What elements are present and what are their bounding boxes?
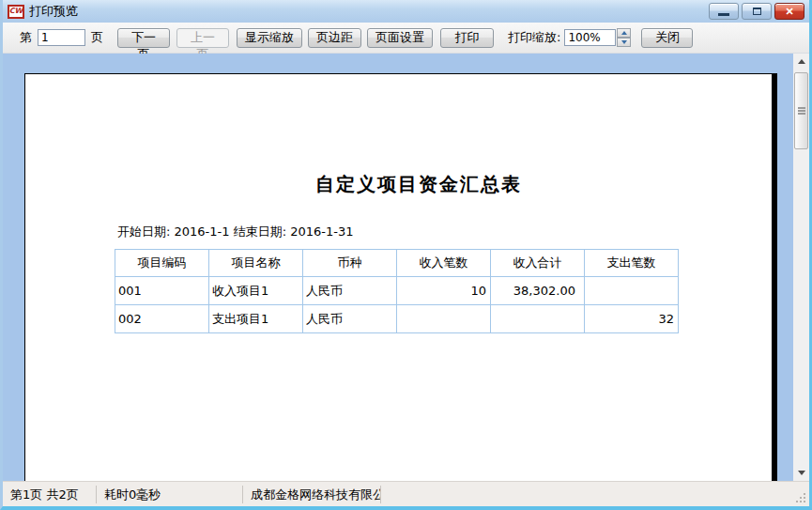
page-prefix-label: 第 [20,29,32,46]
spinner-down-button[interactable] [617,38,631,47]
col-header: 收入笔数 [397,250,491,277]
report-date-range: 开始日期: 2016-1-1 结束日期: 2016-1-31 [117,224,353,240]
status-company: 成都金格网络科技有限公司 [243,486,381,503]
scrollbar-thumb[interactable] [794,72,808,149]
maximize-icon [753,8,761,15]
thumb-grip-icon [798,110,805,112]
page-setup-button[interactable]: 页面设置 [367,28,433,48]
page-suffix-label: 页 [91,29,103,46]
cell-income-count: 10 [397,277,491,305]
scroll-down-button[interactable] [793,465,809,481]
toolbar: 第 页 下一页 上一页 显示缩放 页边距 页面设置 打印 打印缩放: 关闭 [3,23,809,54]
report-title: 自定义项目资金汇总表 [115,172,723,197]
table-row: 002 支出项目1 人民币 32 [115,305,679,333]
close-icon: ✕ [785,6,793,18]
document-page: 自定义项目资金汇总表 开始日期: 2016-1-1 结束日期: 2016-1-3… [24,73,777,481]
scroll-down-icon [798,471,805,475]
status-elapsed: 耗时0毫秒 [97,486,243,503]
arrow-up-icon [621,31,627,35]
status-empty [381,486,809,503]
col-header: 币种 [303,250,397,277]
resize-grip[interactable] [796,493,805,502]
report-table: 项目编码 项目名称 币种 收入笔数 收入合计 支出笔数 001 收入项目1 人民… [115,249,679,333]
window-title: 打印预览 [29,3,78,20]
cell-currency: 人民币 [303,305,397,333]
margins-button[interactable]: 页边距 [308,28,361,48]
cell-expense-count [585,277,679,305]
cell-income-total [491,305,585,333]
close-window-button[interactable]: ✕ [774,3,804,20]
col-header: 支出笔数 [585,250,679,277]
cell-project-code: 002 [115,305,209,333]
arrow-down-icon [621,40,627,44]
cell-income-total: 38,302.00 [491,277,585,305]
preview-area: 自定义项目资金汇总表 开始日期: 2016-1-1 结束日期: 2016-1-3… [3,54,809,481]
maximize-button[interactable] [742,3,772,20]
scroll-up-button[interactable] [793,54,809,70]
app-logo-icon: CW [8,5,24,19]
prev-page-button[interactable]: 上一页 [176,28,229,48]
print-zoom-label: 打印缩放: [508,29,560,46]
col-header: 项目名称 [209,250,303,277]
show-zoom-button[interactable]: 显示缩放 [237,28,302,48]
cell-currency: 人民币 [303,277,397,305]
cell-project-name: 支出项目1 [209,305,303,333]
table-row: 001 收入项目1 人民币 10 38,302.00 [115,277,679,305]
print-preview-window: CW 打印预览 ✕ 第 页 下一页 上一页 显示缩放 页边距 页面设置 打印 打… [0,0,812,510]
titlebar: CW 打印预览 ✕ [3,0,809,23]
window-controls: ✕ [709,3,804,20]
vertical-scrollbar[interactable] [793,54,809,481]
spinner-up-button[interactable] [617,28,631,38]
minimize-button[interactable] [709,3,739,20]
cell-expense-count: 32 [585,305,679,333]
print-zoom-input[interactable] [564,29,616,46]
next-page-button[interactable]: 下一页 [117,28,170,48]
cell-project-name: 收入项目1 [209,277,303,305]
col-header: 收入合计 [491,250,585,277]
page-number-input[interactable] [38,29,85,46]
status-page-info: 第1页 共2页 [3,486,97,503]
close-button[interactable]: 关闭 [641,28,693,48]
table-header-row: 项目编码 项目名称 币种 收入笔数 收入合计 支出笔数 [115,250,679,277]
col-header: 项目编码 [115,250,209,277]
print-zoom-spinner [617,28,631,47]
minimize-icon [718,13,729,16]
print-button[interactable]: 打印 [440,28,494,48]
cell-project-code: 001 [115,277,209,305]
statusbar: 第1页 共2页 耗时0毫秒 成都金格网络科技有限公司 [3,481,809,506]
cell-income-count [397,305,491,333]
scroll-up-icon [798,59,805,64]
